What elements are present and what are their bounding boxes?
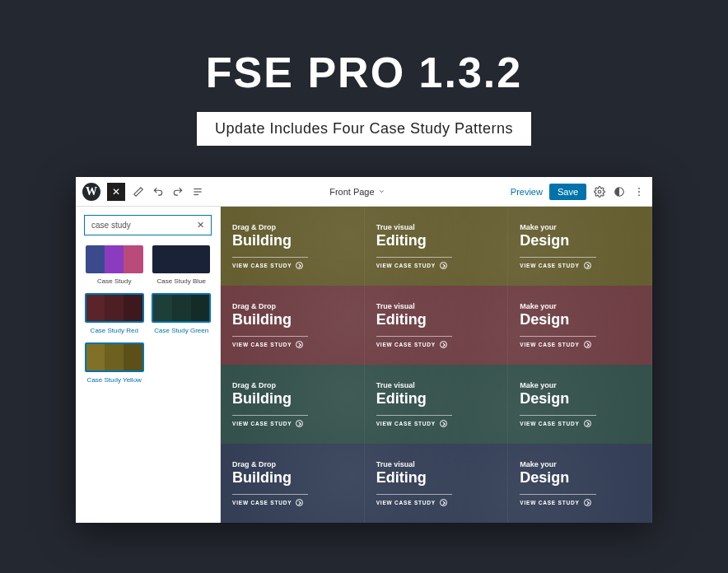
search-box[interactable]: ✕: [84, 215, 212, 235]
canvas-cell[interactable]: Make yourDesignVIEW CASE STUDY: [508, 365, 652, 444]
canvas-cell[interactable]: Drag & DropBuildingVIEW CASE STUDY: [221, 444, 365, 523]
pattern-thumbnail: [152, 293, 211, 323]
preview-link[interactable]: Preview: [511, 187, 543, 197]
pattern-item[interactable]: Case Study: [84, 245, 145, 285]
cell-title: Editing: [376, 390, 497, 408]
editor-window: W ✕ Front Page Preview Save: [76, 177, 652, 523]
hero-subtitle: Update Includes Four Case Study Patterns: [197, 112, 531, 146]
topbar: W ✕ Front Page Preview Save: [76, 177, 652, 207]
edit-icon[interactable]: [132, 185, 145, 198]
view-case-study-link[interactable]: VIEW CASE STUDY: [232, 415, 308, 427]
cell-eyebrow: True visual: [376, 223, 497, 231]
svg-point-6: [638, 194, 640, 196]
view-case-study-link[interactable]: VIEW CASE STUDY: [520, 494, 595, 506]
list-view-icon[interactable]: [191, 185, 204, 198]
pattern-label: Case Study Yellow: [87, 376, 142, 384]
cell-title: Design: [520, 390, 640, 408]
clear-search-icon[interactable]: ✕: [197, 220, 204, 231]
svg-point-5: [638, 191, 640, 193]
redo-icon[interactable]: [171, 185, 184, 198]
cell-eyebrow: Drag & Drop: [232, 460, 352, 468]
arrow-right-icon: [440, 499, 447, 506]
arrow-right-icon: [440, 341, 447, 348]
cell-title: Design: [520, 469, 640, 487]
view-case-study-link[interactable]: VIEW CASE STUDY: [520, 336, 595, 348]
view-case-study-link[interactable]: VIEW CASE STUDY: [376, 336, 452, 348]
save-button[interactable]: Save: [549, 184, 586, 200]
pattern-item[interactable]: Case Study Red: [84, 293, 145, 334]
canvas-cell[interactable]: Drag & DropBuildingVIEW CASE STUDY: [221, 207, 365, 286]
view-case-study-link[interactable]: VIEW CASE STUDY: [520, 257, 595, 269]
editor-canvas[interactable]: Drag & DropBuildingVIEW CASE STUDYTrue v…: [221, 207, 652, 523]
canvas-cell[interactable]: Make yourDesignVIEW CASE STUDY: [508, 444, 652, 523]
svg-point-3: [598, 190, 601, 193]
cell-eyebrow: True visual: [376, 302, 497, 310]
view-case-study-link[interactable]: VIEW CASE STUDY: [376, 415, 452, 427]
canvas-row: Drag & DropBuildingVIEW CASE STUDYTrue v…: [221, 365, 652, 444]
arrow-right-icon: [296, 262, 303, 269]
page-title: Front Page: [329, 187, 374, 197]
canvas-cell[interactable]: True visualEditingVIEW CASE STUDY: [365, 207, 509, 286]
arrow-right-icon: [584, 341, 591, 348]
canvas-cell[interactable]: True visualEditingVIEW CASE STUDY: [365, 286, 509, 365]
patterns-sidebar: ✕ Case Study Case Study Blue: [76, 207, 221, 523]
page-title-dropdown[interactable]: Front Page: [204, 187, 511, 197]
pattern-label: Case Study Green: [154, 327, 208, 334]
cell-eyebrow: True visual: [376, 381, 497, 389]
arrow-right-icon: [296, 420, 303, 427]
cell-title: Building: [232, 390, 352, 408]
hero-title: FSE PRO 1.3.2: [206, 48, 522, 97]
view-case-study-link[interactable]: VIEW CASE STUDY: [232, 336, 308, 348]
cell-title: Building: [232, 469, 352, 487]
settings-icon[interactable]: [593, 185, 606, 198]
pattern-label: Case Study Red: [91, 327, 138, 334]
cell-title: Editing: [376, 469, 497, 487]
pattern-thumbnail: [85, 342, 144, 372]
cell-title: Editing: [376, 232, 497, 249]
wordpress-logo-icon[interactable]: W: [82, 183, 100, 201]
cell-title: Building: [232, 232, 352, 249]
view-case-study-link[interactable]: VIEW CASE STUDY: [232, 494, 308, 506]
cell-eyebrow: Drag & Drop: [232, 381, 352, 389]
close-button[interactable]: ✕: [107, 183, 125, 201]
main-area: ✕ Case Study Case Study Blue: [76, 207, 652, 523]
arrow-right-icon: [440, 420, 447, 427]
arrow-right-icon: [296, 341, 303, 348]
cell-eyebrow: Make your: [520, 381, 640, 389]
pattern-thumbnail: [86, 245, 143, 273]
more-icon[interactable]: [632, 185, 646, 198]
cell-eyebrow: Make your: [520, 460, 640, 468]
pattern-label: Case Study: [97, 277, 131, 285]
arrow-right-icon: [440, 262, 447, 269]
undo-icon[interactable]: [152, 185, 165, 198]
canvas-cell[interactable]: True visualEditingVIEW CASE STUDY: [365, 365, 509, 444]
pattern-label: Case Study Blue: [156, 277, 206, 285]
search-input[interactable]: [91, 221, 197, 230]
pattern-item[interactable]: Case Study Blue: [152, 245, 212, 285]
canvas-row: Drag & DropBuildingVIEW CASE STUDYTrue v…: [221, 286, 652, 365]
canvas-cell[interactable]: Drag & DropBuildingVIEW CASE STUDY: [221, 286, 365, 365]
view-case-study-link[interactable]: VIEW CASE STUDY: [376, 257, 452, 269]
pattern-thumbnail: [85, 293, 144, 323]
view-case-study-link[interactable]: VIEW CASE STUDY: [232, 257, 308, 269]
chevron-down-icon: [378, 188, 385, 195]
cell-eyebrow: Drag & Drop: [232, 223, 352, 231]
canvas-cell[interactable]: Drag & DropBuildingVIEW CASE STUDY: [221, 365, 365, 444]
pattern-item[interactable]: Case Study Yellow: [84, 342, 145, 384]
arrow-right-icon: [584, 420, 591, 427]
canvas-row: Drag & DropBuildingVIEW CASE STUDYTrue v…: [221, 207, 652, 286]
canvas-cell[interactable]: True visualEditingVIEW CASE STUDY: [365, 444, 509, 523]
cell-title: Design: [520, 311, 640, 328]
pattern-item[interactable]: Case Study Green: [152, 293, 212, 334]
cell-title: Design: [520, 232, 640, 249]
styles-icon[interactable]: [613, 185, 626, 198]
arrow-right-icon: [584, 262, 591, 269]
canvas-row: Drag & DropBuildingVIEW CASE STUDYTrue v…: [221, 444, 652, 523]
view-case-study-link[interactable]: VIEW CASE STUDY: [376, 494, 452, 506]
canvas-cell[interactable]: Make yourDesignVIEW CASE STUDY: [508, 286, 652, 365]
cell-eyebrow: True visual: [376, 460, 497, 468]
pattern-thumbnail: [152, 245, 210, 273]
cell-title: Building: [232, 311, 352, 328]
canvas-cell[interactable]: Make yourDesignVIEW CASE STUDY: [508, 207, 652, 286]
view-case-study-link[interactable]: VIEW CASE STUDY: [520, 415, 595, 427]
